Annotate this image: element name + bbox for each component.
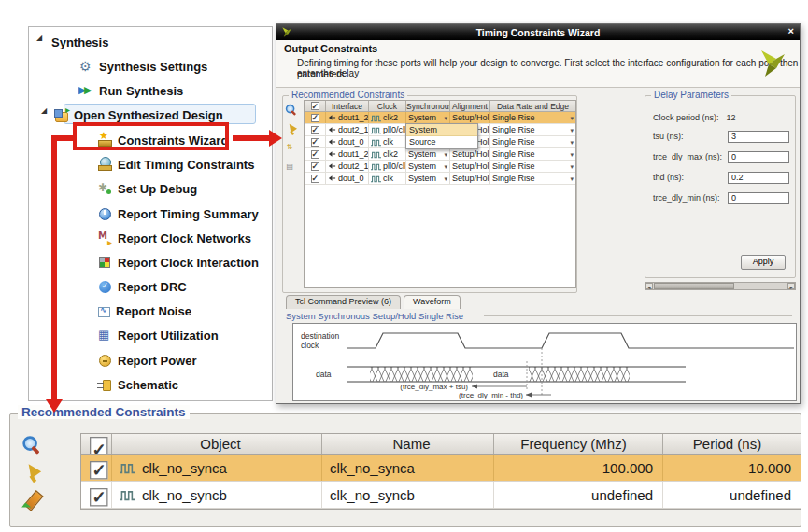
apply-button[interactable]: Apply <box>741 255 786 270</box>
tree-item-report-noise[interactable]: Report Noise <box>97 301 191 320</box>
clock-waveform-icon <box>371 150 381 159</box>
clock-waveform-icon <box>371 114 381 122</box>
cursor-icon[interactable] <box>285 123 297 135</box>
close-icon[interactable]: × <box>788 25 794 36</box>
row-checkbox[interactable] <box>81 455 112 481</box>
clock-interaction-icon <box>99 257 110 268</box>
tree-item-label: Run Synthesis <box>99 84 183 98</box>
data-rate-dropdown[interactable]: Single Rise <box>490 148 575 160</box>
properties-icon[interactable] <box>285 162 297 175</box>
expander-icon[interactable] <box>41 110 50 119</box>
expander-icon[interactable] <box>36 37 46 47</box>
scroll-right-icon[interactable] <box>787 283 795 289</box>
clock-waveform-icon <box>120 489 135 501</box>
tab-tcl-command-preview[interactable]: Tcl Command Preview (6) <box>286 295 401 309</box>
data-rate-dropdown[interactable]: Single Rise <box>490 124 575 135</box>
synchronous-dropdown[interactable]: System <box>406 161 450 172</box>
row-checkbox[interactable] <box>305 148 326 160</box>
col-data-rate[interactable]: Data Rate and Edge <box>490 101 575 111</box>
tree-item-run-synthesis[interactable]: Run Synthesis <box>78 81 183 100</box>
output-port-icon <box>328 138 336 146</box>
tree-item-report-drc[interactable]: Report DRC <box>97 277 187 296</box>
waveform-group-title: System Synchronous Setup/Hold Single Ris… <box>286 311 463 321</box>
select-all-checkbox[interactable] <box>305 101 326 111</box>
cursor-icon[interactable] <box>21 463 41 483</box>
row-checkbox[interactable] <box>305 124 326 135</box>
col-interface[interactable]: Interface <box>326 101 369 111</box>
synchronous-dropdown[interactable]: System <box>406 112 450 123</box>
clock-cell: pll0/clk <box>383 125 406 134</box>
select-all-checkbox[interactable] <box>81 434 112 454</box>
data-rate-dropdown[interactable]: Single Rise <box>490 112 575 123</box>
tree-item-report-clock-interaction[interactable]: Report Clock Interaction <box>97 253 259 272</box>
row-checkbox[interactable] <box>305 173 326 184</box>
tree-item-report-utilization[interactable]: Report Utilization <box>97 326 219 344</box>
col-alignment[interactable]: Alignment <box>450 101 490 111</box>
panel-title: Recommended Constraints <box>18 405 190 419</box>
tree-item-label: Edit Timing Constraints <box>118 158 254 172</box>
period-cell: undefined <box>663 482 801 508</box>
scroll-left-icon[interactable] <box>645 283 653 289</box>
tree-item-report-timing-summary[interactable]: Report Timing Summary <box>97 204 259 223</box>
synchronous-dropdown[interactable]: System <box>406 148 450 160</box>
dest-clock-label-2: clock <box>301 341 319 350</box>
search-icon[interactable] <box>285 104 297 116</box>
tree-item-schematic[interactable]: Schematic <box>97 375 178 394</box>
tree-item-report-power[interactable]: Report Power <box>97 351 197 370</box>
tree-item-label: Report Noise <box>116 304 191 318</box>
row-checkbox[interactable] <box>305 136 326 147</box>
row-checkbox[interactable] <box>305 112 326 123</box>
trce-dly-max-field[interactable] <box>728 151 789 163</box>
tree-item-synthesis[interactable]: Synthesis <box>36 33 108 51</box>
alignment-dropdown[interactable]: Setup/Hold <box>450 173 490 184</box>
table-row[interactable]: clk_no_syncb clk_no_syncb undefined unde… <box>81 482 801 509</box>
tree-item-report-clock-networks[interactable]: Report Clock Networks <box>97 229 251 247</box>
trce-dly-min-field[interactable] <box>728 192 789 204</box>
horizontal-scrollbar[interactable] <box>645 282 796 290</box>
scrollbar-thumb[interactable] <box>654 283 734 289</box>
drc-icon <box>99 281 111 293</box>
tsu-field[interactable] <box>728 131 789 143</box>
dropdown-option-source[interactable]: Source <box>406 136 477 148</box>
clock-networks-icon <box>97 231 112 245</box>
data-rate-dropdown[interactable]: Single Rise <box>490 161 575 172</box>
row-checkbox[interactable] <box>305 161 326 172</box>
col-period[interactable]: Period (ns) <box>663 434 801 454</box>
tree-item-synthesis-settings[interactable]: Synthesis Settings <box>78 57 207 76</box>
col-frequency[interactable]: Frequency (Mhz) <box>494 434 663 454</box>
alignment-dropdown[interactable]: Setup/Hold <box>450 148 490 160</box>
table-row[interactable]: clk_no_synca clk_no_synca 100.000 10.000 <box>81 455 801 482</box>
pencil-icon[interactable] <box>21 491 43 511</box>
name-cell: clk_no_syncb <box>322 482 494 508</box>
table-row[interactable]: dout2_1 pll0/clk System Setup/Hold Singl… <box>305 161 575 173</box>
clock-cell: clk2 <box>383 149 398 159</box>
alignment-dropdown[interactable]: Setup/Hold <box>450 112 490 123</box>
synchronous-dropdown[interactable]: System <box>406 173 450 184</box>
tab-waveform[interactable]: Waveform <box>404 295 461 309</box>
dropdown-option-system[interactable]: System <box>406 124 477 136</box>
row-checkbox[interactable] <box>81 482 112 508</box>
col-object[interactable]: Object <box>112 434 322 454</box>
dialog-titlebar[interactable]: Timing Constraints Wizard × <box>276 24 800 40</box>
data-rate-dropdown[interactable]: Single Rise <box>490 136 575 147</box>
tree-item-open-synthesized-design[interactable]: Open Synthesized Design <box>41 105 223 124</box>
expand-icon[interactable] <box>285 143 297 155</box>
thd-field[interactable] <box>728 172 789 184</box>
search-icon[interactable] <box>21 435 41 455</box>
col-clock[interactable]: Clock <box>369 101 406 111</box>
section-description-cont: parameters. <box>297 69 347 79</box>
data-rate-dropdown[interactable]: Single Rise <box>490 173 575 184</box>
alignment-dropdown[interactable]: Setup/Hold <box>450 161 490 172</box>
tree-item-label: Report DRC <box>118 280 187 294</box>
tree-item-set-up-debug[interactable]: Set Up Debug <box>97 179 197 198</box>
col-synchronous[interactable]: Synchronous <box>406 101 450 111</box>
table-row[interactable]: dout_0 clk System Setup/Hold Single Rise <box>305 173 575 185</box>
debug-icon <box>97 181 112 196</box>
tsu-label: tsu (ns): <box>653 132 684 141</box>
clock-cell: clk <box>383 137 393 147</box>
chevron-down-icon <box>444 161 447 171</box>
table-row[interactable]: dout1_2 clk2 System Setup/Hold Single Ri… <box>305 148 575 161</box>
tree-item-edit-timing-constraints[interactable]: Edit Timing Constraints <box>97 155 254 174</box>
col-name[interactable]: Name <box>322 434 494 454</box>
arrow-left-icon <box>472 385 477 389</box>
